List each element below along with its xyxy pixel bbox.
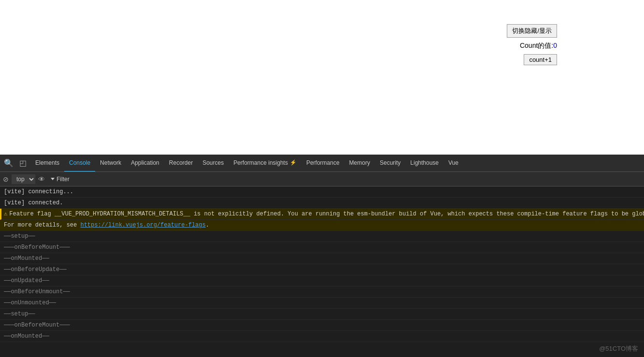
inspect-icon[interactable]: 🔍 <box>2 158 15 168</box>
count-label: Count的值: <box>520 42 553 49</box>
tab-network[interactable]: Network <box>95 155 126 172</box>
console-line: ——setup—— <box>0 231 644 242</box>
filter-triangle-icon <box>51 178 55 180</box>
console-line: ——onBeforeUnmount—— <box>0 286 644 298</box>
tab-vue[interactable]: Vue <box>444 155 463 172</box>
console-line: ——setup—— <box>0 309 644 320</box>
watermark: @51CTO博客 <box>599 344 638 353</box>
console-toolbar: ⊘ top 👁 Filter <box>0 172 644 186</box>
tab-performance-insights[interactable]: Performance insights ⚡ <box>229 155 301 172</box>
eye-icon[interactable]: 👁 <box>38 175 45 183</box>
console-line: [vite] connecting... <box>0 186 644 198</box>
console-line: ———onBeforeMount——— <box>0 320 644 331</box>
toggle-button[interactable]: 切换隐藏/显示 <box>507 24 557 38</box>
tab-recorder[interactable]: Recorder <box>164 155 198 172</box>
page-content: 切换隐藏/显示 Count的值:0 count+1 <box>0 0 644 155</box>
tab-performance[interactable]: Performance <box>301 155 344 172</box>
tab-memory[interactable]: Memory <box>344 155 375 172</box>
performance-insights-icon: ⚡ <box>290 159 297 166</box>
filter-label: Filter <box>57 176 70 183</box>
console-line: ——onUpdated—— <box>0 275 644 286</box>
context-select[interactable]: top <box>12 174 35 184</box>
count-display: Count的值:0 <box>520 42 557 50</box>
filter-button[interactable]: Filter <box>48 175 72 184</box>
console-line: ——onMounted—— <box>0 253 644 264</box>
console-line-warning: ⚠Feature flag __VUE_PROD_HYDRATION_MISMA… <box>0 209 644 220</box>
warning-icon: ⚠ <box>4 211 7 217</box>
console-output[interactable]: [vite] connecting... [vite] connected. ⚠… <box>0 186 644 357</box>
tab-sources[interactable]: Sources <box>198 155 229 172</box>
console-line: [vite] connected. <box>0 198 644 209</box>
feature-flags-link[interactable]: https://link.vuejs.org/feature-flags <box>80 222 205 228</box>
console-line: ———onBeforeMount——— <box>0 242 644 253</box>
count-increment-button[interactable]: count+1 <box>524 54 557 65</box>
console-line: ——onUnmounted—— <box>0 298 644 309</box>
tab-console[interactable]: Console <box>64 155 95 172</box>
tab-application[interactable]: Application <box>126 155 164 172</box>
console-line-warning-cont: For more details, see https://link.vuejs… <box>0 220 644 231</box>
devtools-panel: 🔍 ◰ Elements Console Network Application… <box>0 155 644 357</box>
console-line: ——onBeforeUpdate—— <box>0 264 644 275</box>
tab-security[interactable]: Security <box>375 155 405 172</box>
clear-console-icon[interactable]: ⊘ <box>3 175 9 183</box>
tab-lighthouse[interactable]: Lighthouse <box>405 155 444 172</box>
console-line: ——onMounted—— <box>0 331 644 342</box>
device-icon[interactable]: ◰ <box>17 158 29 168</box>
count-value: 0 <box>553 42 557 49</box>
devtools-tabs-bar: 🔍 ◰ Elements Console Network Application… <box>0 155 644 172</box>
tab-elements[interactable]: Elements <box>30 155 64 172</box>
